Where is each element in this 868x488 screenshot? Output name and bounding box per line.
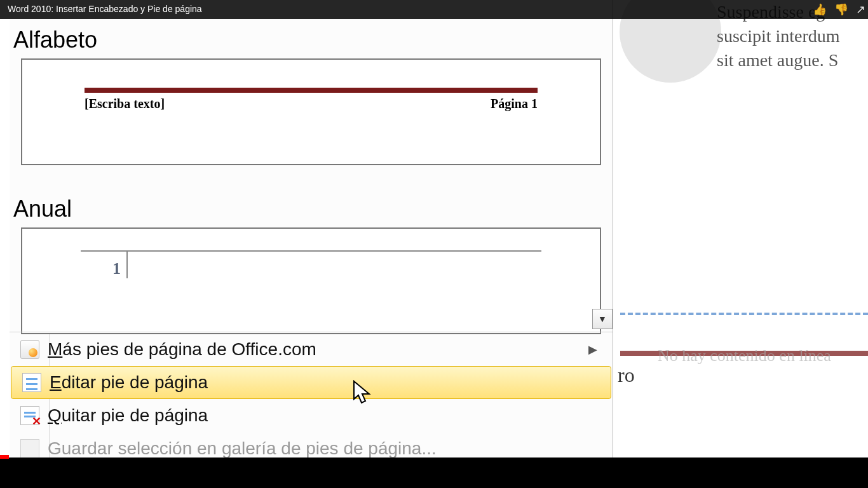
word-app-area: Suspendisse eg suscipit interdum sit ame… — [0, 0, 868, 458]
partial-text-ro: ro — [618, 363, 635, 387]
submenu-arrow-icon: ▶ — [588, 342, 597, 356]
menu-more-from-office-label: Más pies de página de Office.com — [48, 339, 316, 360]
office-online-icon — [20, 340, 39, 359]
menu-edit-footer[interactable]: Editar pie de página — [11, 366, 611, 399]
edit-footer-icon — [22, 373, 41, 392]
remove-footer-icon — [20, 406, 39, 425]
anual-rule-line — [81, 250, 541, 252]
thumbs-down-icon[interactable]: 👎 — [834, 3, 848, 17]
video-action-bar: 👍 👎 ↗ — [813, 3, 865, 17]
anual-page-number: 1 — [112, 259, 121, 278]
menu-separator — [10, 332, 613, 332]
save-gallery-icon — [20, 439, 39, 458]
menu-remove-footer-label: Quitar pie de página — [48, 405, 208, 426]
menu-save-to-gallery-label: Guardar selección en galería de pies de … — [48, 438, 437, 458]
thumbs-up-icon[interactable]: 👍 — [813, 3, 827, 17]
alfabeto-page-label: Página 1 — [491, 97, 538, 111]
footer-gallery-dropdown: Alfabeto [Escriba texto] Página 1 Anual … — [10, 0, 613, 458]
footer-menu: Más pies de página de Office.com ▶ Edita… — [10, 333, 613, 458]
anual-divider — [126, 250, 128, 278]
alfabeto-rule-line — [85, 88, 538, 93]
chevron-down-icon: ▼ — [598, 314, 607, 324]
footer-boundary-dashed — [620, 313, 868, 315]
video-title: Word 2010: Insertar Encabezado y Pie de … — [8, 4, 202, 14]
menu-remove-footer[interactable]: Quitar pie de página — [10, 399, 613, 432]
no-online-content-text: No hay contenido en línea — [658, 346, 831, 365]
menu-more-from-office[interactable]: Más pies de página de Office.com ▶ — [10, 333, 613, 366]
menu-save-to-gallery: Guardar selección en galería de pies de … — [10, 432, 613, 458]
video-controls-bar[interactable] — [0, 458, 868, 488]
gallery-item-anual[interactable]: 1 — [21, 227, 601, 334]
share-icon[interactable]: ↗ — [856, 3, 865, 17]
gallery-item-alfabeto[interactable]: [Escriba texto] Página 1 — [21, 58, 601, 165]
video-title-bar: Word 2010: Insertar Encabezado y Pie de … — [0, 0, 868, 19]
gallery-scroll-down-button[interactable]: ▼ — [592, 309, 613, 329]
video-progress-indicator[interactable] — [0, 455, 9, 459]
gallery-item-title-anual: Anual — [10, 165, 613, 227]
alfabeto-placeholder-text: [Escriba texto] — [85, 97, 165, 111]
menu-edit-footer-label: Editar pie de página — [50, 372, 208, 393]
